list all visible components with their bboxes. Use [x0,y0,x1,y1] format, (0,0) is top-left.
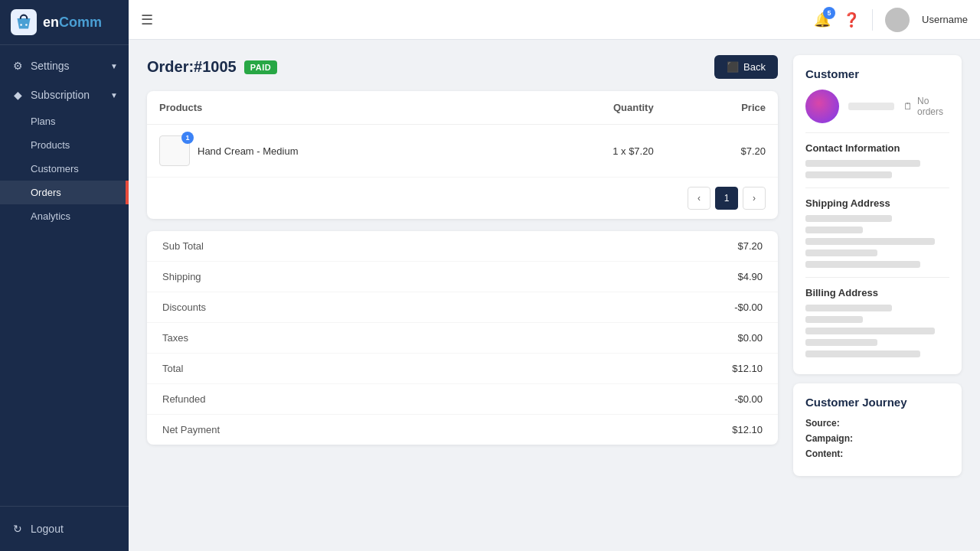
help-icon[interactable]: ❓ [843,11,860,28]
right-column: Customer 🗒 No orders Contact Information [793,55,962,536]
sidebar-item-orders[interactable]: Orders [0,181,129,204]
divider-2 [805,187,949,188]
username-label: Username [922,14,968,25]
product-name: Hand Cream - Medium [198,145,299,157]
subscription-chevron-icon: ▼ [110,91,118,99]
left-column: Order:#1005 PAID ⬛ Back Products Quantit… [147,55,778,536]
order-title: Order:#1005 [147,58,237,76]
back-button[interactable]: ⬛ Back [714,55,778,79]
totals-value: $12.10 [732,363,763,374]
sidebar-item-plans[interactable]: Plans [0,109,129,133]
product-cell: 1 Hand Cream - Medium [147,125,518,178]
totals-value: $4.90 [737,271,763,282]
sidebar-item-logout[interactable]: ↻ Logout [11,516,118,542]
billing-address-title: Billing Address [805,287,949,298]
pagination-current[interactable]: 1 [715,187,738,210]
totals-container: Sub Total $7.20 Shipping $4.90 Discounts… [147,231,778,445]
col-quantity: Quantity [518,91,666,125]
customer-name-blurred [848,103,894,110]
journey-content-label: Content: [805,448,843,459]
pagination: ‹ 1 › [147,178,778,219]
journey-campaign-row: Campaign: [805,433,949,444]
hamburger-icon[interactable]: ☰ [141,11,153,28]
journey-source-label: Source: [805,418,840,429]
sidebar-item-customers-label: Customers [31,163,79,174]
products-card: Products Quantity Price 1 Hand Cream - M… [147,91,778,219]
customer-card-title: Customer [805,67,949,80]
sidebar-item-analytics-label: Analytics [31,210,70,222]
sidebar-item-products-label: Products [31,139,70,151]
totals-label: Taxes [162,332,188,344]
subscription-icon: ◆ [11,88,24,102]
totals-row: Total $12.10 [147,354,778,384]
product-quantity: 1 x $7.20 [518,125,666,178]
sidebar-footer: ↻ Logout [0,506,129,551]
billing-line5 [805,350,920,357]
totals-label: Sub Total [162,240,204,252]
notifications-bell[interactable]: 🔔 5 [814,11,831,28]
shipping-line3 [805,238,935,245]
topbar: ☰ 🔔 5 ❓ Username [129,0,980,40]
sidebar-item-products[interactable]: Products [0,133,129,157]
billing-line3 [805,328,935,334]
sidebar-logo: enComm [0,0,129,45]
sidebar-item-subscription[interactable]: ◆ Subscription ▼ [0,80,129,109]
customer-journey-card: Customer Journey Source: Campaign: Conte… [793,383,962,476]
products-table: Products Quantity Price 1 Hand Cream - M… [147,91,778,178]
col-price: Price [666,91,778,125]
totals-value: $0.00 [737,332,763,344]
totals-label: Net Payment [162,424,220,435]
logout-icon: ↻ [11,522,24,536]
sidebar-item-settings[interactable]: ⚙ Settings ▼ [0,51,129,80]
product-thumb-badge: 1 [181,132,194,144]
totals-label: Shipping [162,271,201,282]
topbar-right: 🔔 5 ❓ Username [814,8,968,32]
paid-badge: PAID [244,60,277,74]
sidebar-item-plans-label: Plans [31,116,56,127]
order-title-group: Order:#1005 PAID [147,58,277,76]
journey-source-row: Source: [805,418,949,429]
totals-value: -$0.00 [734,302,763,313]
divider-1 [805,132,949,133]
sidebar-item-analytics[interactable]: Analytics [0,204,129,228]
product-price: $7.20 [666,125,778,178]
svg-point-2 [25,24,28,26]
logo-text: enComm [43,15,102,31]
product-image-cell: 1 Hand Cream - Medium [159,135,505,166]
journey-content-row: Content: [805,448,949,459]
orders-active-indicator [126,181,129,204]
sidebar-item-settings-label: Settings [31,60,70,72]
sidebar-item-customers[interactable]: Customers [0,157,129,181]
contact-phone-blurred [805,171,892,178]
customer-card: Customer 🗒 No orders Contact Information [793,55,962,374]
billing-line1 [805,305,892,311]
main-area: ☰ 🔔 5 ❓ Username Order:#1005 PAID ⬛ [129,0,980,551]
col-products: Products [147,91,518,125]
table-row: 1 Hand Cream - Medium 1 x $7.20 $7.20 [147,125,778,178]
customer-avatar [805,90,839,123]
journey-campaign-label: Campaign: [805,433,853,444]
totals-label: Discounts [162,302,206,313]
pagination-next[interactable]: › [743,187,766,210]
sidebar-nav: ⚙ Settings ▼ ◆ Subscription ▼ Plans Prod… [0,45,129,506]
order-header: Order:#1005 PAID ⬛ Back [147,55,778,79]
sidebar: enComm ⚙ Settings ▼ ◆ Subscription ▼ Pla… [0,0,129,551]
back-label: Back [743,61,766,73]
notification-badge: 5 [823,7,835,19]
customer-name-wrapper [848,103,894,110]
totals-row: Net Payment $12.10 [147,415,778,445]
customer-journey-title: Customer Journey [805,396,949,409]
totals-value: -$0.00 [734,393,763,405]
totals-row: Discounts -$0.00 [147,292,778,323]
totals-row: Refunded -$0.00 [147,384,778,415]
billing-line4 [805,339,877,346]
contact-info-title: Contact Information [805,142,949,154]
content-area: Order:#1005 PAID ⬛ Back Products Quantit… [129,40,980,551]
product-thumb: 1 [159,135,190,166]
shipping-line2 [805,227,863,233]
logo-icon [11,9,37,35]
shipping-line4 [805,249,877,256]
totals-label: Total [162,363,183,374]
pagination-prev[interactable]: ‹ [688,187,710,210]
totals-card: Sub Total $7.20 Shipping $4.90 Discounts… [147,231,778,445]
